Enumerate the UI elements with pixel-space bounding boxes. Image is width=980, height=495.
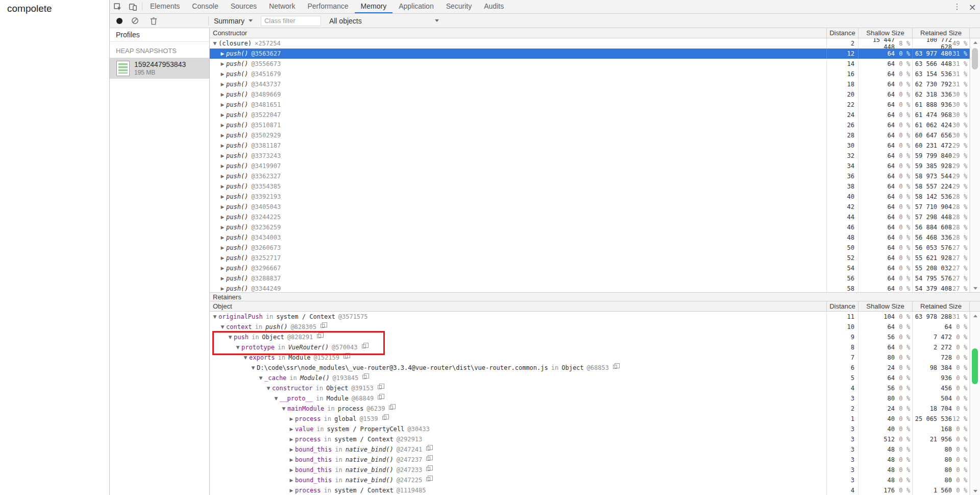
clear-profiles-icon[interactable]	[131, 17, 139, 25]
constructor-row[interactable]: ▶push()@343400348640 %56 468 33628 %	[210, 232, 970, 243]
delete-profile-icon[interactable]	[150, 17, 157, 25]
constructor-row[interactable]: ▶push()@348966920640 %62 318 33630 %	[210, 89, 970, 100]
reveal-icon[interactable]	[426, 477, 430, 481]
constructor-row[interactable]: ▶push()@323625946640 %56 884 60828 %	[210, 222, 970, 232]
retainer-row[interactable]: ▼originalPushinsystem / Context@35715751…	[210, 312, 970, 322]
device-toolbar-icon[interactable]	[125, 0, 140, 13]
reveal-icon[interactable]	[426, 457, 430, 461]
tab-security[interactable]: Security	[440, 0, 478, 13]
objects-scope-select[interactable]: All objects	[324, 14, 444, 28]
constructor-row[interactable]: ▶push()@337324332640 %59 799 84029 %	[210, 151, 970, 161]
twisty-icon[interactable]: ▶	[219, 82, 226, 87]
tab-application[interactable]: Application	[393, 0, 440, 13]
twisty-icon[interactable]: ▶	[219, 61, 226, 66]
reveal-icon[interactable]	[344, 355, 348, 359]
twisty-icon[interactable]: ▶	[288, 478, 295, 483]
twisty-icon[interactable]: ▶	[219, 194, 226, 199]
tab-performance[interactable]: Performance	[301, 0, 354, 13]
twisty-icon[interactable]: ▼	[265, 386, 272, 391]
twisty-icon[interactable]: ▶	[288, 488, 295, 493]
twisty-icon[interactable]: ▼	[211, 41, 218, 46]
twisty-icon[interactable]: ▶	[219, 204, 226, 209]
constructor-row[interactable]: ▶push()@328883756640 %54 795 57627 %	[210, 273, 970, 284]
retainer-row[interactable]: ▶bound_thisinnative_bind()@2472333480 %8…	[210, 465, 970, 475]
retainer-row[interactable]: ▶bound_thisinnative_bind()@2472373480 %8…	[210, 455, 970, 465]
twisty-icon[interactable]: ▼	[273, 396, 280, 401]
column-header-object[interactable]: Object	[210, 301, 827, 311]
twisty-icon[interactable]: ▼	[257, 375, 264, 381]
twisty-icon[interactable]: ▶	[219, 174, 226, 179]
constructor-row[interactable]: ▶push()@355667314640 %63 566 44831 %	[210, 59, 970, 69]
constructor-row[interactable]: ▼(closure)×257254215 447 4488 %100 772 6…	[210, 38, 970, 49]
twisty-icon[interactable]: ▶	[288, 457, 295, 462]
constructor-row[interactable]: ▶push()@350292928640 %60 647 65630 %	[210, 130, 970, 140]
constructor-row[interactable]: ▶push()@344373718640 %62 730 79231 %	[210, 79, 970, 89]
constructor-row[interactable]: ▶push()@345167916640 %63 154 53631 %	[210, 69, 970, 79]
twisty-icon[interactable]: ▶	[288, 427, 295, 432]
retainer-row[interactable]: ▼D:\code\ssr\node_modules\_vue-router@3.…	[210, 363, 970, 373]
scroll-up-icon[interactable]	[970, 312, 980, 319]
twisty-icon[interactable]: ▶	[219, 153, 226, 158]
twisty-icon[interactable]: ▶	[219, 286, 226, 291]
retainer-row[interactable]: ▶valueinsystem / PropertyCell@304333400 …	[210, 424, 970, 434]
reveal-icon[interactable]	[362, 344, 366, 348]
twisty-icon[interactable]: ▶	[219, 102, 226, 107]
column-header-distance[interactable]: Distance	[827, 301, 859, 311]
twisty-icon[interactable]: ▼	[280, 406, 287, 411]
heap-snapshot-item[interactable]: 1592447953843 195 MB	[110, 58, 209, 79]
twisty-icon[interactable]: ▶	[219, 133, 226, 138]
reveal-icon[interactable]	[378, 395, 382, 399]
reveal-icon[interactable]	[362, 375, 366, 379]
scrollbar-thumb-green[interactable]	[972, 348, 978, 384]
retainer-row[interactable]: ▼exportsinModule@1521597800 %7280 %	[210, 352, 970, 363]
reveal-icon[interactable]	[378, 385, 382, 389]
twisty-icon[interactable]: ▼	[242, 355, 249, 360]
constructor-scrollbar[interactable]	[970, 38, 980, 292]
twisty-icon[interactable]: ▶	[219, 245, 226, 250]
retainer-row[interactable]: ▼contextinpush()@82830510640 %640 %	[210, 322, 970, 332]
twisty-icon[interactable]: ▶	[219, 215, 226, 220]
twisty-icon[interactable]: ▶	[219, 255, 226, 261]
scroll-up-icon[interactable]	[970, 38, 980, 46]
perspective-select[interactable]: Summary	[209, 14, 258, 28]
constructor-row[interactable]: ▶push()@325271752640 %55 621 92827 %	[210, 253, 970, 263]
twisty-icon[interactable]: ▶	[219, 225, 226, 230]
column-header-distance[interactable]: Distance	[827, 28, 859, 38]
twisty-icon[interactable]: ▶	[219, 184, 226, 189]
devtools-close-icon[interactable]: ×	[965, 0, 980, 13]
constructor-row[interactable]: ▶push()@326067350640 %56 053 57627 %	[210, 243, 970, 253]
devtools-menu-icon[interactable]: ⋮	[949, 0, 965, 13]
retainer-row[interactable]: ▶processinglobal@15391400 %25 065 53612 …	[210, 414, 970, 424]
twisty-icon[interactable]: ▶	[219, 235, 226, 240]
constructor-row[interactable]: ▶push()@324422544640 %57 298 44828 %	[210, 212, 970, 222]
retainer-row[interactable]: ▶bound_thisinnative_bind()@2472253480 %8…	[210, 475, 970, 485]
retainer-row[interactable]: ▼_cacheinModule()@1938455640 %9360 %	[210, 373, 970, 383]
twisty-icon[interactable]: ▶	[219, 163, 226, 169]
reveal-icon[interactable]	[426, 467, 430, 471]
reveal-icon[interactable]	[382, 416, 386, 420]
reveal-icon[interactable]	[613, 365, 617, 369]
twisty-icon[interactable]: ▶	[219, 143, 226, 148]
column-header-shallow-size[interactable]: Shallow Size	[859, 301, 913, 311]
retainer-row[interactable]: ▼pushinObject@8282919560 %7 4720 %	[210, 332, 970, 342]
twisty-icon[interactable]: ▶	[219, 72, 226, 77]
reveal-icon[interactable]	[389, 406, 393, 410]
twisty-icon[interactable]: ▶	[219, 266, 226, 271]
reveal-icon[interactable]	[426, 446, 430, 451]
tab-console[interactable]: Console	[186, 0, 224, 13]
twisty-icon[interactable]: ▶	[219, 51, 226, 56]
constructor-row[interactable]: ▶push()@335438538640 %58 557 22429 %	[210, 181, 970, 192]
twisty-icon[interactable]: ▶	[219, 92, 226, 97]
record-heap-snapshot-icon[interactable]	[116, 18, 122, 24]
twisty-icon[interactable]: ▶	[288, 416, 295, 421]
twisty-icon[interactable]: ▼	[250, 365, 257, 370]
twisty-icon[interactable]: ▼	[211, 314, 218, 319]
scroll-down-icon[interactable]	[970, 487, 980, 495]
column-header-shallow-size[interactable]: Shallow Size	[859, 28, 913, 38]
twisty-icon[interactable]: ▶	[288, 447, 295, 452]
constructor-row[interactable]: ▶push()@356362712640 %63 977 48031 %	[210, 49, 970, 59]
twisty-icon[interactable]: ▶	[288, 467, 295, 473]
inspect-element-icon[interactable]	[110, 0, 125, 13]
column-header-constructor[interactable]: Constructor	[210, 28, 827, 38]
tab-network[interactable]: Network	[263, 0, 301, 13]
